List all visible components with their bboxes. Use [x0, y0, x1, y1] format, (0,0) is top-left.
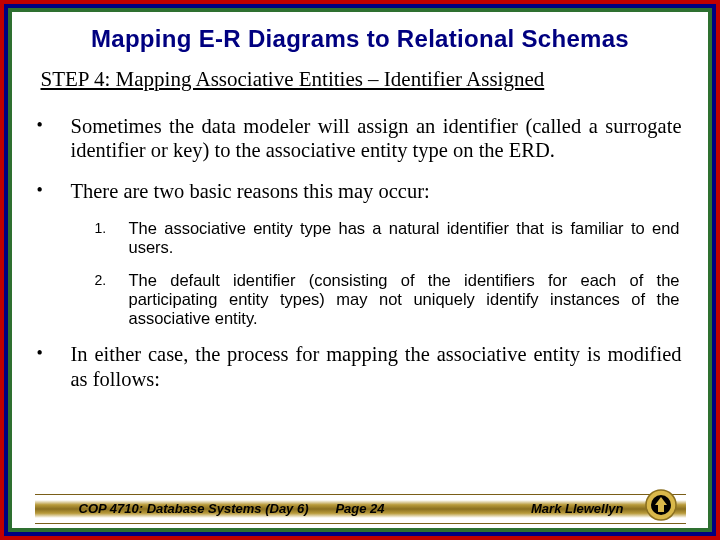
- numbered-sublist: 1. The associative entity type has a nat…: [95, 219, 680, 328]
- footer-container: COP 4710: Database Systems (Day 6) Page …: [35, 494, 686, 524]
- footer-bar: COP 4710: Database Systems (Day 6) Page …: [35, 494, 686, 524]
- footer-page: Page 24: [335, 501, 384, 516]
- footer-author: Mark Llewellyn: [531, 501, 623, 516]
- bullet-item: • Sometimes the data modeler will assign…: [35, 114, 686, 163]
- slide-inner-frame: Mapping E-R Diagrams to Relational Schem…: [8, 8, 712, 532]
- bullet-item: • In either case, the process for mappin…: [35, 342, 686, 391]
- footer-course: COP 4710: Database Systems (Day 6): [79, 501, 309, 516]
- sub-bullet-text: The associative entity type has a natura…: [129, 219, 680, 257]
- bullet-text: Sometimes the data modeler will assign a…: [71, 114, 686, 163]
- bullet-marker: •: [35, 114, 71, 163]
- bullet-list: • Sometimes the data modeler will assign…: [35, 114, 686, 494]
- bullet-text: There are two basic reasons this may occ…: [71, 179, 686, 204]
- slide-outer-border: Mapping E-R Diagrams to Relational Schem…: [0, 0, 720, 540]
- bullet-marker: •: [35, 342, 71, 391]
- slide-mid-border: Mapping E-R Diagrams to Relational Schem…: [4, 4, 716, 536]
- slide-body: Mapping E-R Diagrams to Relational Schem…: [13, 13, 708, 528]
- bullet-item: • There are two basic reasons this may o…: [35, 179, 686, 204]
- sub-bullet-item: 1. The associative entity type has a nat…: [95, 219, 680, 257]
- ucf-logo-icon: [644, 488, 678, 525]
- step-heading: STEP 4: Mapping Associative Entities – I…: [35, 67, 686, 92]
- sub-bullet-text: The default identifier (consisting of th…: [129, 271, 680, 328]
- sub-bullet-item: 2. The default identifier (consisting of…: [95, 271, 680, 328]
- sub-bullet-number: 2.: [95, 271, 129, 328]
- bullet-text: In either case, the process for mapping …: [71, 342, 686, 391]
- sub-bullet-number: 1.: [95, 219, 129, 257]
- bullet-marker: •: [35, 179, 71, 204]
- slide-title: Mapping E-R Diagrams to Relational Schem…: [35, 25, 686, 53]
